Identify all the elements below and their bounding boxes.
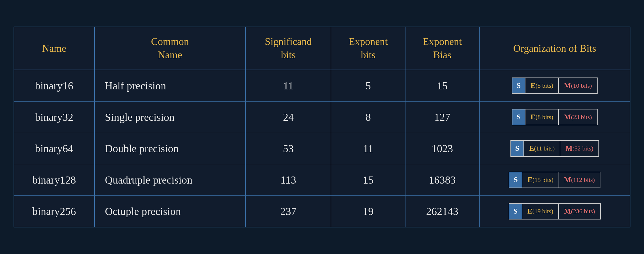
header-organization: Organization of Bits: [479, 27, 630, 70]
header-common-name: CommonName: [95, 27, 246, 70]
cell-exponent-bias: 127: [405, 101, 479, 133]
cell-name: binary256: [14, 195, 95, 227]
bit-diagram: S E(19 bits) M(236 bits): [509, 203, 601, 219]
sign-bit: S: [512, 109, 525, 125]
mantissa-field: M(236 bits): [559, 204, 600, 219]
exponent-field: E(19 bits): [522, 204, 559, 219]
exponent-field: E(11 bits): [524, 141, 560, 156]
cell-common-name: Half precision: [95, 70, 246, 102]
cell-exponent-bias: 15: [405, 70, 479, 102]
mantissa-field: M(52 bits): [560, 141, 598, 156]
mantissa-field: M(10 bits): [559, 78, 597, 93]
cell-significand: 113: [246, 164, 331, 195]
cell-organization: S E(8 bits) M(23 bits): [479, 101, 630, 133]
table-row: binary128 Quadruple precision 113 15 163…: [14, 164, 630, 195]
cell-name: binary32: [14, 101, 95, 133]
table-row: binary64 Double precision 53 11 1023 S E…: [14, 133, 630, 164]
header-row: Name CommonName Significandbits Exponent…: [14, 27, 630, 70]
header-significand: Significandbits: [246, 27, 331, 70]
sign-bit: S: [511, 141, 524, 156]
bit-diagram: S E(11 bits) M(52 bits): [510, 140, 599, 157]
cell-common-name: Octuple precision: [95, 195, 246, 227]
cell-significand: 237: [246, 195, 331, 227]
exponent-field: E(15 bits): [522, 172, 559, 188]
sign-bit: S: [509, 172, 522, 188]
cell-exponent-bits: 11: [331, 133, 405, 164]
mantissa-field: M(23 bits): [559, 109, 597, 125]
cell-name: binary128: [14, 164, 95, 195]
cell-name: binary64: [14, 133, 95, 164]
cell-common-name: Single precision: [95, 101, 246, 133]
bit-diagram: S E(8 bits) M(23 bits): [512, 109, 598, 125]
cell-exponent-bits: 5: [331, 70, 405, 102]
cell-exponent-bits: 19: [331, 195, 405, 227]
cell-exponent-bias: 16383: [405, 164, 479, 195]
bit-diagram: S E(5 bits) M(10 bits): [512, 78, 598, 94]
cell-organization: S E(15 bits) M(112 bits): [479, 164, 630, 195]
mantissa-field: M(112 bits): [559, 172, 600, 188]
exponent-field: E(8 bits): [525, 109, 559, 125]
floating-point-table: Name CommonName Significandbits Exponent…: [14, 27, 630, 227]
sign-bit: S: [509, 204, 522, 219]
cell-common-name: Quadruple precision: [95, 164, 246, 195]
header-exponent-bits: Exponentbits: [331, 27, 405, 70]
sign-bit: S: [512, 78, 525, 93]
cell-organization: S E(19 bits) M(236 bits): [479, 195, 630, 227]
cell-exponent-bits: 15: [331, 164, 405, 195]
cell-significand: 24: [246, 101, 331, 133]
cell-name: binary16: [14, 70, 95, 102]
table-row: binary16 Half precision 11 5 15 S E(5 bi…: [14, 70, 630, 102]
cell-significand: 11: [246, 70, 331, 102]
cell-exponent-bias: 1023: [405, 133, 479, 164]
cell-common-name: Double precision: [95, 133, 246, 164]
exponent-field: E(5 bits): [525, 78, 559, 93]
cell-organization: S E(11 bits) M(52 bits): [479, 133, 630, 164]
table-body: binary16 Half precision 11 5 15 S E(5 bi…: [14, 70, 630, 227]
bit-diagram: S E(15 bits) M(112 bits): [509, 172, 600, 188]
cell-exponent-bits: 8: [331, 101, 405, 133]
header-name: Name: [14, 27, 95, 70]
table-row: binary32 Single precision 24 8 127 S E(8…: [14, 101, 630, 133]
main-table-container: Name CommonName Significandbits Exponent…: [14, 27, 630, 227]
cell-significand: 53: [246, 133, 331, 164]
table-row: binary256 Octuple precision 237 19 26214…: [14, 195, 630, 227]
cell-organization: S E(5 bits) M(10 bits): [479, 70, 630, 102]
cell-exponent-bias: 262143: [405, 195, 479, 227]
header-exponent-bias: ExponentBias: [405, 27, 479, 70]
